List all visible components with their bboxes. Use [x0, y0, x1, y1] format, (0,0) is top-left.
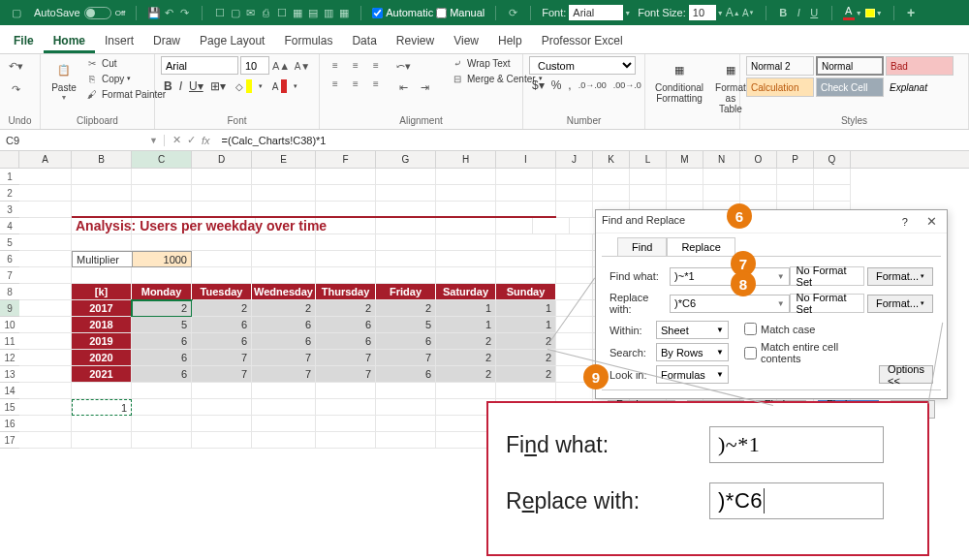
formula-input[interactable]: =(Calc_Charts!C38)*1	[218, 135, 969, 146]
cell[interactable]	[496, 169, 556, 185]
align-bottom-icon[interactable]: ≡	[366, 56, 386, 74]
font-color-button[interactable]: A	[843, 6, 855, 20]
cell[interactable]	[533, 218, 570, 234]
cell[interactable]	[72, 416, 132, 432]
cell[interactable]	[316, 416, 376, 432]
cell[interactable]	[252, 383, 316, 399]
tab-insert[interactable]: Insert	[95, 28, 143, 53]
cell[interactable]: 2	[496, 333, 556, 350]
match-case-checkbox[interactable]: Match case	[744, 323, 848, 335]
undo-icon[interactable]: ↶	[163, 7, 175, 19]
cell[interactable]	[192, 185, 252, 202]
help-icon[interactable]: ?	[902, 216, 908, 228]
cell[interactable]: 1	[436, 317, 496, 333]
format-painter-button[interactable]: 🖌Format Painter	[85, 87, 166, 101]
align-middle-icon[interactable]: ≡	[346, 56, 365, 74]
cell[interactable]	[19, 267, 72, 284]
cell[interactable]	[556, 234, 593, 251]
italic-icon[interactable]: I	[793, 7, 805, 19]
row-header[interactable]: 5	[0, 234, 19, 251]
row-header[interactable]: 15	[0, 399, 19, 416]
enter-icon[interactable]: ✓	[187, 134, 196, 146]
style-normal2[interactable]: Normal 2	[746, 56, 814, 76]
close-icon[interactable]: ✕	[922, 214, 941, 229]
row-header[interactable]: 10	[0, 317, 19, 333]
cell[interactable]	[19, 366, 72, 383]
cell[interactable]	[192, 432, 252, 449]
style-check-cell[interactable]: Check Cell	[816, 78, 884, 97]
cell[interactable]	[19, 251, 72, 267]
manual-checkbox[interactable]: Manual	[436, 7, 484, 18]
automatic-checkbox[interactable]: Automatic	[372, 7, 433, 18]
tab-review[interactable]: Review	[387, 28, 444, 53]
cell[interactable]: 7	[252, 350, 316, 366]
row-header[interactable]: 12	[0, 350, 19, 366]
cell[interactable]	[556, 169, 593, 185]
cell[interactable]	[496, 218, 533, 234]
column-header[interactable]: A	[19, 151, 72, 168]
open-icon[interactable]: ▢	[229, 7, 241, 19]
cell[interactable]: Sunday	[496, 284, 556, 300]
cell[interactable]	[132, 169, 192, 185]
cell[interactable]	[436, 267, 496, 284]
chevron-down-icon[interactable]: ▼	[624, 10, 631, 16]
cell[interactable]	[436, 218, 496, 234]
cell[interactable]	[436, 169, 496, 185]
cell[interactable]	[252, 251, 316, 267]
tab-professor-excel[interactable]: Professor Excel	[532, 28, 633, 53]
cancel-icon[interactable]: ✕	[172, 134, 181, 146]
cell[interactable]: 6	[316, 333, 376, 350]
row-header[interactable]: 16	[0, 416, 19, 432]
cell[interactable]: 2	[132, 300, 192, 317]
cell[interactable]: 2019	[72, 333, 132, 350]
sort-asc-icon[interactable]: ▤	[306, 7, 319, 19]
cell[interactable]: 1	[72, 399, 132, 416]
column-header[interactable]: M	[667, 151, 703, 168]
cell[interactable]: 1	[496, 300, 556, 317]
column-header[interactable]: E	[252, 151, 316, 168]
name-box[interactable]: C9 ▼	[0, 135, 165, 146]
underline-icon[interactable]: U	[808, 7, 821, 19]
cell[interactable]: 2	[496, 366, 556, 383]
border-button[interactable]: ⊞▾	[207, 79, 229, 93]
row-header[interactable]: 7	[0, 267, 19, 284]
cell[interactable]: 7	[316, 350, 376, 366]
cell[interactable]	[132, 267, 192, 284]
cell[interactable]: 2017	[72, 300, 132, 317]
cell[interactable]	[132, 185, 192, 202]
cell[interactable]	[192, 251, 252, 267]
column-header[interactable]: B	[72, 151, 132, 168]
cell[interactable]	[496, 251, 556, 267]
fill-color-button[interactable]	[865, 9, 875, 17]
decrease-font-icon[interactable]: A▼	[293, 56, 312, 76]
bold-button[interactable]: B	[161, 79, 175, 93]
cell[interactable]: 2	[436, 333, 496, 350]
cell[interactable]	[556, 185, 593, 202]
style-bad[interactable]: Bad	[886, 56, 953, 76]
replace-format-button[interactable]: Format...▾	[867, 295, 933, 313]
column-header[interactable]: H	[436, 151, 496, 168]
font-size-select[interactable]	[240, 56, 269, 75]
number-format-select[interactable]: Custom	[529, 56, 636, 75]
new-icon[interactable]: ☐	[213, 7, 226, 19]
underline-button[interactable]: U▾	[186, 79, 206, 93]
cell-styles[interactable]: Normal 2 Normal Bad Calculation Check Ce…	[746, 56, 953, 97]
cell[interactable]	[132, 432, 192, 449]
style-calculation[interactable]: Calculation	[746, 78, 814, 97]
cell[interactable]: 6	[132, 366, 192, 383]
cell[interactable]	[132, 399, 192, 416]
undo-button[interactable]: ↶▾	[6, 56, 25, 76]
cell[interactable]	[19, 416, 72, 432]
cell[interactable]: 2	[496, 350, 556, 366]
cell[interactable]	[19, 234, 72, 251]
cell[interactable]	[192, 169, 252, 185]
tab-draw[interactable]: Draw	[143, 28, 190, 53]
style-normal[interactable]: Normal	[816, 56, 884, 76]
tab-data[interactable]: Data	[342, 28, 386, 53]
cell[interactable]	[740, 185, 777, 202]
cell[interactable]	[556, 267, 593, 284]
column-header[interactable]: G	[376, 151, 436, 168]
within-select[interactable]: Sheet▼	[656, 321, 729, 339]
cell[interactable]: 2021	[72, 366, 132, 383]
paste-button[interactable]: 📋 Paste ▼	[47, 56, 81, 103]
